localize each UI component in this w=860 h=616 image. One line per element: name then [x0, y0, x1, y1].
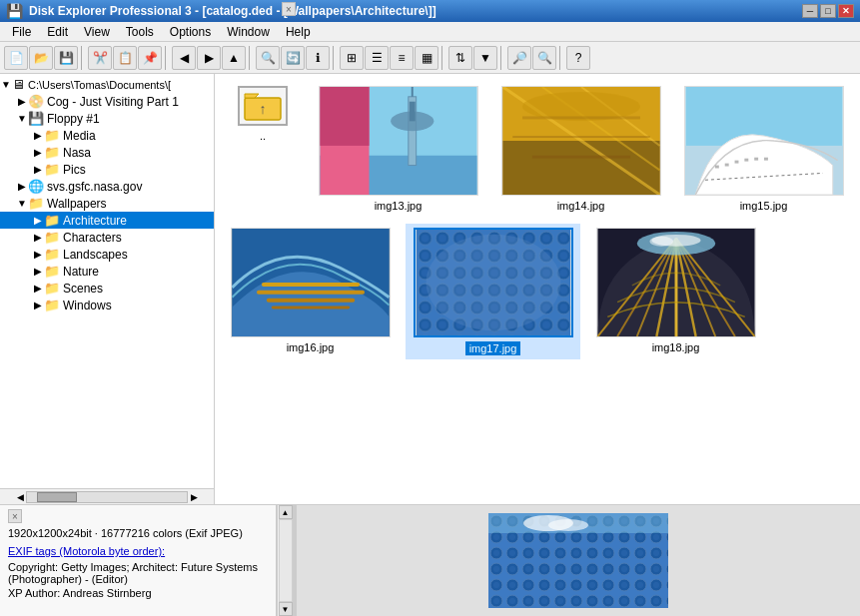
zoom-out-button[interactable]: 🔍: [532, 46, 556, 70]
folder-icon-characters: 📁: [44, 230, 60, 245]
view-detail-button[interactable]: ▦: [415, 46, 438, 70]
tree-label-pics: Pics: [63, 163, 86, 177]
bottom-vscrollbar: ▲ ▼: [277, 505, 293, 616]
tree-label-wallpapers: Wallpapers: [47, 197, 107, 211]
image-info-line1: 1920x1200x24bit · 16777216 colors (Exif …: [8, 527, 268, 539]
exif-label: EXIF tags (Motorola byte order):: [8, 545, 268, 557]
tree-label-nature: Nature: [63, 265, 99, 279]
tree-item-root[interactable]: ▼ 🖥 C:\Users\Tomas\Documents\[: [0, 76, 214, 93]
file-item-img13[interactable]: img13.jpg: [311, 82, 485, 216]
view-small-button[interactable]: ☰: [365, 46, 389, 70]
svg-rect-28: [764, 158, 768, 161]
hscroll-right-btn[interactable]: ▶: [188, 489, 200, 505]
file-item-img16[interactable]: img16.jpg: [223, 224, 398, 359]
tree-item-media[interactable]: ▶ 📁 Media: [0, 127, 214, 144]
tree-expander-nature[interactable]: ▶: [32, 266, 44, 277]
properties-button[interactable]: ℹ: [306, 46, 330, 70]
tree-expander-svs[interactable]: ▶: [16, 181, 28, 192]
tree-item-nasa[interactable]: ▶ 📁 Nasa: [0, 144, 214, 161]
tree-item-nature[interactable]: ▶ 📁 Nature: [0, 263, 214, 280]
folder-icon-pics: 📁: [44, 162, 60, 177]
refresh-button[interactable]: 🔄: [281, 46, 305, 70]
menu-help[interactable]: Help: [278, 23, 319, 41]
zoom-in-button[interactable]: 🔎: [507, 46, 531, 70]
tree-expander-wallpapers[interactable]: ▼: [16, 198, 28, 209]
file-item-img17[interactable]: img17.jpg: [406, 224, 580, 359]
file-thumb-img16: [231, 228, 391, 337]
menu-window[interactable]: Window: [219, 23, 278, 41]
menu-edit[interactable]: Edit: [39, 23, 76, 41]
tree-expander-media[interactable]: ▶: [32, 130, 44, 141]
tree-item-landscapes[interactable]: ▶ 📁 Landscapes: [0, 246, 214, 263]
menu-tools[interactable]: Tools: [118, 23, 162, 41]
view-large-button[interactable]: ⊞: [340, 46, 364, 70]
vscroll-down-btn[interactable]: ▼: [279, 602, 293, 616]
info-close-button[interactable]: ×: [8, 509, 22, 523]
file-thumb-img13: [319, 86, 478, 196]
tree-item-scenes[interactable]: ▶ 📁 Scenes: [0, 280, 214, 297]
menu-file[interactable]: File: [4, 23, 39, 41]
tree-expander-windows[interactable]: ▶: [32, 300, 44, 310]
file-item-img18[interactable]: img18.jpg: [588, 224, 763, 359]
paste-button[interactable]: 📌: [138, 46, 162, 70]
tree-expander-pics[interactable]: ▶: [32, 164, 44, 175]
minimize-button[interactable]: ─: [802, 4, 818, 18]
folder-icon-architecture: 📁: [44, 213, 60, 228]
maximize-button[interactable]: □: [820, 4, 836, 18]
hscroll-thumb[interactable]: [37, 492, 77, 502]
tree-item-architecture[interactable]: ▶ 📁 Architecture: [0, 212, 214, 229]
tree-expander-scenes[interactable]: ▶: [32, 283, 44, 294]
info-preview-panel: ×: [297, 505, 860, 616]
file-label-img14: img14.jpg: [557, 200, 605, 212]
search-button[interactable]: 🔍: [256, 46, 280, 70]
new-button[interactable]: 📄: [4, 46, 28, 70]
tree-expander-cog[interactable]: ▶: [16, 96, 28, 107]
file-label-img15: img15.jpg: [740, 200, 788, 212]
tree-item-characters[interactable]: ▶ 📁 Characters: [0, 229, 214, 246]
tree-expander-floppy[interactable]: ▼: [16, 113, 28, 124]
tree-expander-characters[interactable]: ▶: [32, 232, 44, 243]
tree-item-svs[interactable]: ▶ 🌐 svs.gsfc.nasa.gov: [0, 178, 214, 195]
svg-point-42: [426, 235, 560, 330]
tree-item-floppy[interactable]: ▼ 💾 Floppy #1: [0, 110, 214, 127]
tree-item-windows[interactable]: ▶ 📁 Windows: [0, 297, 214, 313]
hscroll-left-btn[interactable]: ◀: [14, 489, 26, 505]
file-item-img15[interactable]: img15.jpg: [676, 82, 851, 216]
save-button[interactable]: 💾: [54, 46, 78, 70]
menu-options[interactable]: Options: [162, 23, 219, 41]
folder-icon-landscapes: 📁: [44, 247, 60, 262]
copy-button[interactable]: 📋: [113, 46, 137, 70]
toolbar-sep-1: [81, 46, 85, 70]
cut-button[interactable]: ✂️: [88, 46, 112, 70]
vscroll-up-btn[interactable]: ▲: [279, 505, 293, 519]
close-button[interactable]: ✕: [838, 4, 854, 18]
up-button[interactable]: ▲: [222, 46, 246, 70]
tree-expander-nasa[interactable]: ▶: [32, 147, 44, 158]
tree-item-wallpapers[interactable]: ▼ 📁 Wallpapers: [0, 195, 214, 212]
view-list-button[interactable]: ≡: [390, 46, 414, 70]
filter-button[interactable]: ▼: [473, 46, 497, 70]
back-button[interactable]: ◀: [172, 46, 196, 70]
tree-item-pics[interactable]: ▶ 📁 Pics: [0, 161, 214, 178]
svg-rect-33: [257, 291, 365, 295]
tree-expander[interactable]: ▼: [0, 79, 12, 90]
file-thumb-img14: [501, 86, 661, 196]
tree-label-scenes: Scenes: [63, 282, 103, 296]
folder-up-item[interactable]: ↑ ..: [223, 82, 303, 216]
svg-rect-35: [271, 307, 350, 309]
tree-item-cog[interactable]: ▶ 📀 Cog - Just Visiting Part 1: [0, 93, 214, 110]
sort-button[interactable]: ⇅: [448, 46, 472, 70]
open-button[interactable]: 📂: [29, 46, 53, 70]
tree-label-root: C:\Users\Tomas\Documents\[: [28, 79, 171, 91]
tree-expander-architecture[interactable]: ▶: [32, 215, 44, 226]
menu-view[interactable]: View: [76, 23, 118, 41]
svg-rect-20: [531, 156, 629, 159]
help-button[interactable]: ?: [566, 46, 590, 70]
tree-expander-landscapes[interactable]: ▶: [32, 249, 44, 260]
tree-panel: ▼ 🖥 C:\Users\Tomas\Documents\[ ▶ 📀 Cog -…: [0, 74, 215, 488]
forward-button[interactable]: ▶: [197, 46, 221, 70]
file-item-img14[interactable]: img14.jpg: [493, 82, 668, 216]
preview-image: [488, 513, 668, 608]
svg-rect-32: [261, 283, 359, 287]
svg-rect-27: [754, 158, 758, 161]
